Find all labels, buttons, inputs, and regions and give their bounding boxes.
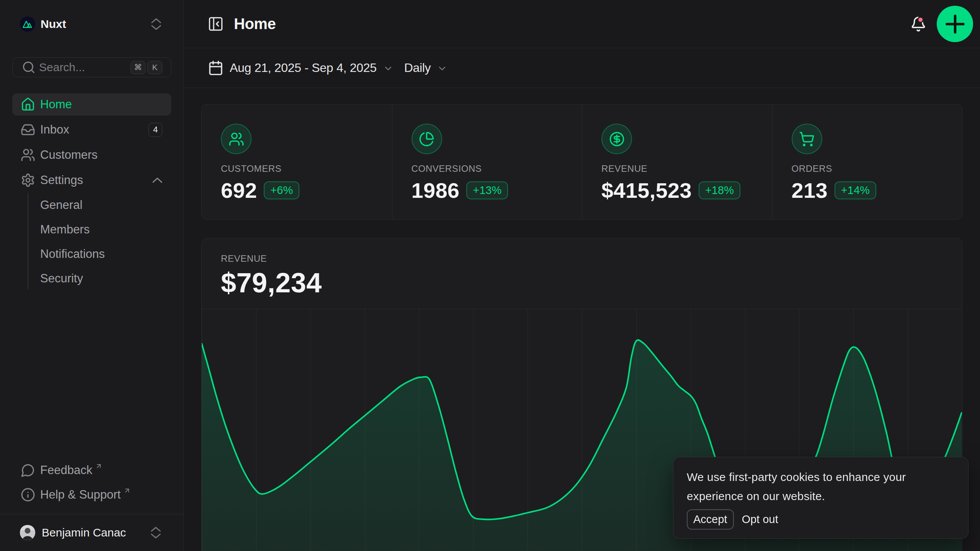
feedback-link[interactable]: Feedback [12, 460, 171, 481]
avatar-photo [20, 525, 35, 540]
submenu-item-general[interactable]: General [12, 194, 171, 216]
stat-conversions[interactable]: CONVERSIONS 1986 +13% [392, 104, 582, 219]
arrow-up-right-icon [123, 487, 131, 494]
header-actions [910, 6, 973, 42]
stat-icon-circle [792, 124, 822, 154]
users-icon [229, 131, 244, 147]
circle-dollar-sign-icon [609, 131, 625, 147]
stat-label: CONVERSIONS [412, 163, 567, 174]
stat-label: CUSTOMERS [221, 163, 377, 174]
stat-value: 692 [221, 178, 257, 203]
stat-icon-circle [601, 124, 632, 154]
sidebar-item-customers[interactable]: Customers [12, 144, 171, 166]
chart-total-value: $79,234 [221, 267, 962, 298]
avatar [20, 525, 35, 540]
chart-header: REVENUE $79,234 [202, 238, 962, 298]
nuxt-logo [20, 16, 35, 32]
sidebar-item-home[interactable]: Home [12, 93, 171, 116]
sidebar-item-settings[interactable]: Settings [12, 169, 171, 191]
stat-icon-circle [412, 124, 442, 154]
workspace-name: Nuxt [41, 18, 144, 31]
submenu-item-security[interactable]: Security [12, 268, 171, 289]
chevron-down-icon [437, 63, 448, 74]
stat-value: 1986 [412, 178, 460, 203]
user-name: Benjamin Canac [42, 526, 142, 539]
inbox-count-badge: 4 [149, 123, 162, 137]
house-icon [21, 97, 35, 112]
kbd-cmd: ⌘ [131, 61, 145, 74]
cookie-message: We use first-party cookies to enhance yo… [687, 468, 954, 506]
notification-dot [917, 16, 924, 23]
granularity-label: Daily [404, 61, 431, 75]
panel-left-close-icon [207, 16, 224, 32]
message-circle-icon [21, 463, 35, 478]
stat-customers[interactable]: CUSTOMERS 692 +6% [202, 104, 392, 219]
sidebar-footer-links: Feedback Help & Support [12, 460, 171, 514]
cookie-message-line1: We use first-party cookies to enhance yo… [687, 468, 954, 487]
stats-card: CUSTOMERS 692 +6% CONVERSIONS [202, 104, 962, 219]
stat-delta-badge: +18% [699, 181, 740, 199]
optout-cookies-button[interactable]: Opt out [740, 509, 780, 530]
stat-delta-badge: +13% [466, 181, 508, 199]
stat-value: 213 [792, 178, 828, 203]
cookie-message-line2: experience on our website. [687, 487, 954, 506]
help-support-link[interactable]: Help & Support [12, 484, 171, 505]
chart-title: REVENUE [221, 253, 962, 264]
sidebar-spacer [12, 289, 171, 460]
stat-icon-circle [221, 124, 252, 154]
page-header: Home [184, 0, 980, 48]
stat-orders[interactable]: ORDERS 213 +14% [772, 104, 962, 219]
sidebar-nav: Home Inbox 4 Customers [12, 93, 171, 289]
stat-revenue[interactable]: REVENUE $415,523 +18% [582, 104, 772, 219]
accept-cookies-button[interactable]: Accept [687, 509, 734, 530]
granularity-select[interactable]: Daily [404, 61, 448, 75]
arrow-up-right-icon [95, 462, 103, 470]
info-circle-icon [21, 487, 35, 502]
date-range-picker[interactable]: Aug 21, 2025 - Sep 4, 2025 [208, 60, 394, 76]
kbd-k: K [147, 61, 162, 74]
chevrons-up-down-icon [149, 17, 163, 31]
submenu-item-members[interactable]: Members [12, 219, 171, 240]
inbox-icon [21, 122, 35, 137]
chart-pie-icon [419, 131, 434, 147]
search-placeholder: Search... [39, 61, 127, 74]
workspace-switcher[interactable]: Nuxt [20, 15, 163, 34]
collapse-sidebar-button[interactable] [206, 15, 225, 33]
user-menu[interactable]: Benjamin Canac [0, 514, 183, 551]
cookie-consent-toast: We use first-party cookies to enhance yo… [673, 457, 968, 538]
stat-delta-badge: +14% [835, 181, 876, 199]
chevrons-up-down-icon [149, 526, 163, 540]
sidebar: Nuxt Search... ⌘ K Home [0, 0, 184, 551]
notifications-button[interactable] [910, 14, 927, 34]
settings-gear-icon [21, 173, 35, 187]
date-range-label: Aug 21, 2025 - Sep 4, 2025 [230, 61, 377, 75]
submenu-item-notifications[interactable]: Notifications [12, 243, 171, 265]
cookie-actions: Accept Opt out [687, 509, 954, 530]
search-icon [22, 60, 36, 74]
settings-submenu: General Members Notifications Security [12, 194, 171, 289]
chevron-up-icon [150, 173, 165, 187]
filters-toolbar: Aug 21, 2025 - Sep 4, 2025 Daily [184, 48, 980, 88]
calendar-icon [208, 60, 224, 76]
add-new-button[interactable] [937, 6, 973, 42]
sidebar-item-inbox[interactable]: Inbox 4 [12, 119, 171, 141]
page-title: Home [234, 15, 276, 33]
shopping-cart-icon [799, 131, 815, 147]
plus-icon [941, 10, 969, 38]
nuxt-mountains-icon [22, 18, 34, 30]
stat-label: ORDERS [792, 163, 947, 174]
stat-label: REVENUE [601, 163, 757, 174]
chevron-down-icon [383, 63, 394, 74]
stat-delta-badge: +6% [264, 181, 299, 199]
stat-value: $415,523 [601, 178, 692, 203]
users-icon [21, 148, 35, 162]
search-input[interactable]: Search... ⌘ K [12, 57, 171, 77]
